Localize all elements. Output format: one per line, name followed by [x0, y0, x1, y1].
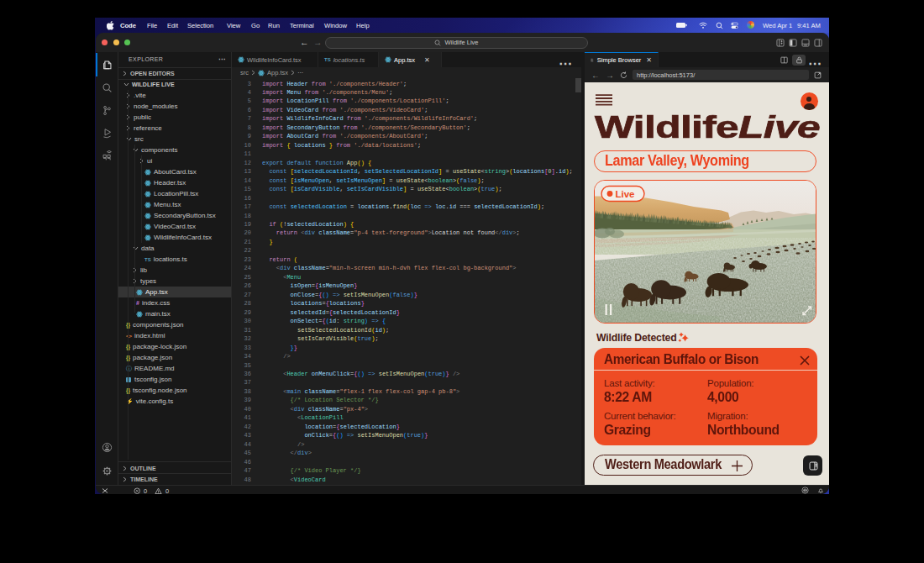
svg-text:Live: Live	[615, 188, 634, 198]
